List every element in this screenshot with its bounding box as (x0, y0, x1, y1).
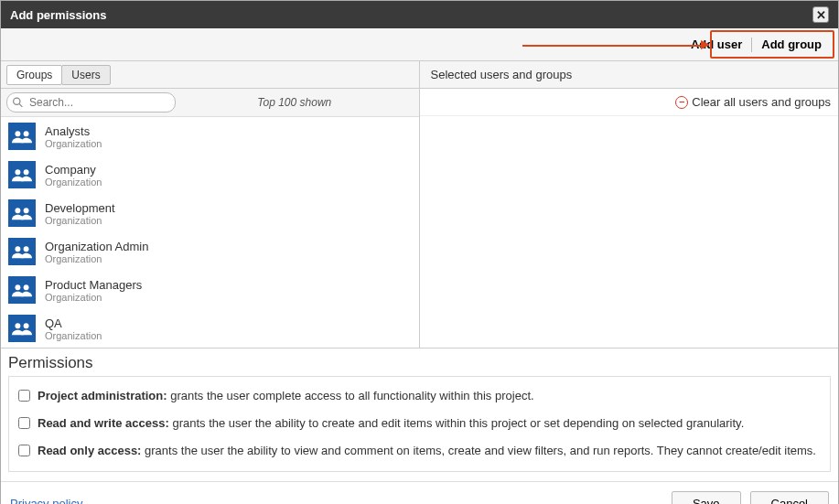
permission-text: Project administration: grants the user … (38, 388, 534, 404)
remove-icon: – (675, 96, 688, 109)
group-item[interactable]: QA Organization (1, 309, 419, 348)
group-item[interactable]: Product Managers Organization (1, 271, 419, 309)
group-subtitle: Organization (45, 330, 102, 341)
svg-point-0 (14, 98, 20, 104)
selected-header: Selected users and groups (420, 61, 839, 89)
group-icon (8, 199, 36, 227)
group-list: Analysts Organization Company Organizati… (1, 117, 419, 348)
tabs-row: Groups Users (1, 61, 419, 89)
group-text: Company Organization (45, 163, 102, 188)
group-subtitle: Organization (45, 215, 115, 226)
permissions-box: Project administration: grants the user … (8, 376, 831, 472)
selection-columns: Groups Users Top 100 shown Analysts Orga… (1, 61, 838, 349)
close-icon: ✕ (816, 8, 826, 22)
tab-groups[interactable]: Groups (6, 65, 62, 85)
group-text: Organization Admin Organization (45, 240, 148, 264)
permission-text: Read only access: grants the user the ab… (38, 443, 816, 459)
add-permissions-dialog: Add permissions ✕ Add user Add group Gro… (0, 0, 839, 504)
permission-row: Read and write access: grants the user t… (16, 410, 823, 437)
annotation-arrow-line (522, 45, 705, 47)
dialog-footer: Privacy policy Save Cancel (1, 481, 838, 504)
group-item[interactable]: Company Organization (1, 155, 419, 194)
group-name: QA (45, 316, 102, 330)
annotation-arrow-head (701, 40, 710, 49)
svg-point-6 (15, 208, 20, 213)
group-subtitle: Organization (45, 177, 102, 188)
permission-checkbox[interactable] (18, 417, 30, 429)
svg-point-13 (24, 323, 29, 328)
svg-point-12 (15, 323, 20, 328)
svg-point-3 (24, 131, 29, 136)
group-name: Organization Admin (45, 240, 148, 253)
svg-point-5 (24, 169, 29, 175)
save-button[interactable]: Save (672, 491, 741, 504)
group-icon (8, 238, 36, 265)
svg-point-4 (15, 169, 20, 175)
group-item[interactable]: Analysts Organization (1, 117, 419, 155)
group-name: Product Managers (45, 278, 142, 292)
dialog-titlebar: Add permissions ✕ (1, 1, 838, 28)
permission-row: Read only access: grants the user the ab… (16, 437, 823, 465)
svg-line-1 (19, 104, 22, 107)
group-item[interactable]: Organization Admin Organization (1, 232, 419, 271)
svg-point-2 (15, 131, 20, 136)
group-text: QA Organization (45, 316, 102, 341)
search-input[interactable] (6, 92, 176, 113)
selected-header-label: Selected users and groups (425, 68, 573, 81)
svg-point-9 (24, 246, 29, 252)
search-icon (12, 97, 24, 109)
group-text: Development Organization (45, 201, 115, 226)
search-box (6, 92, 176, 113)
tab-users[interactable]: Users (61, 65, 110, 85)
group-icon (8, 161, 36, 188)
permission-checkbox[interactable] (18, 390, 30, 402)
group-icon (8, 123, 36, 150)
svg-point-8 (15, 246, 20, 252)
toolbar: Add user Add group (1, 28, 838, 61)
cancel-button[interactable]: Cancel (750, 491, 829, 504)
top-shown-label: Top 100 shown (176, 96, 414, 109)
clear-all-label: Clear all users and groups (692, 95, 831, 109)
group-subtitle: Organization (45, 138, 102, 149)
group-text: Product Managers Organization (45, 278, 142, 303)
group-name: Analysts (45, 124, 102, 138)
svg-point-10 (15, 284, 20, 290)
permission-row: Project administration: grants the user … (16, 382, 823, 410)
clear-row: – Clear all users and groups (420, 89, 839, 116)
permission-text: Read and write access: grants the user t… (38, 415, 744, 432)
group-item[interactable]: Development Organization (1, 194, 419, 232)
svg-point-7 (24, 208, 29, 213)
permission-checkbox[interactable] (18, 445, 30, 456)
group-subtitle: Organization (45, 253, 148, 264)
group-name: Development (45, 201, 115, 215)
clear-all-link[interactable]: – Clear all users and groups (675, 95, 831, 109)
svg-point-11 (24, 284, 29, 290)
privacy-policy-link[interactable]: Privacy policy (10, 497, 82, 504)
add-group-button[interactable]: Add group (752, 34, 831, 55)
close-button[interactable]: ✕ (812, 6, 829, 23)
group-subtitle: Organization (45, 292, 142, 303)
group-icon (8, 315, 36, 342)
group-icon (8, 276, 36, 304)
search-row: Top 100 shown (1, 89, 419, 117)
footer-buttons: Save Cancel (672, 491, 829, 504)
permissions-section: Permissions Project administration: gran… (1, 349, 838, 481)
dialog-title: Add permissions (10, 8, 106, 22)
group-name: Company (45, 163, 102, 177)
available-column: Groups Users Top 100 shown Analysts Orga… (1, 61, 420, 348)
group-text: Analysts Organization (45, 124, 102, 149)
permissions-title: Permissions (8, 354, 831, 372)
selected-column: Selected users and groups – Clear all us… (420, 61, 839, 348)
